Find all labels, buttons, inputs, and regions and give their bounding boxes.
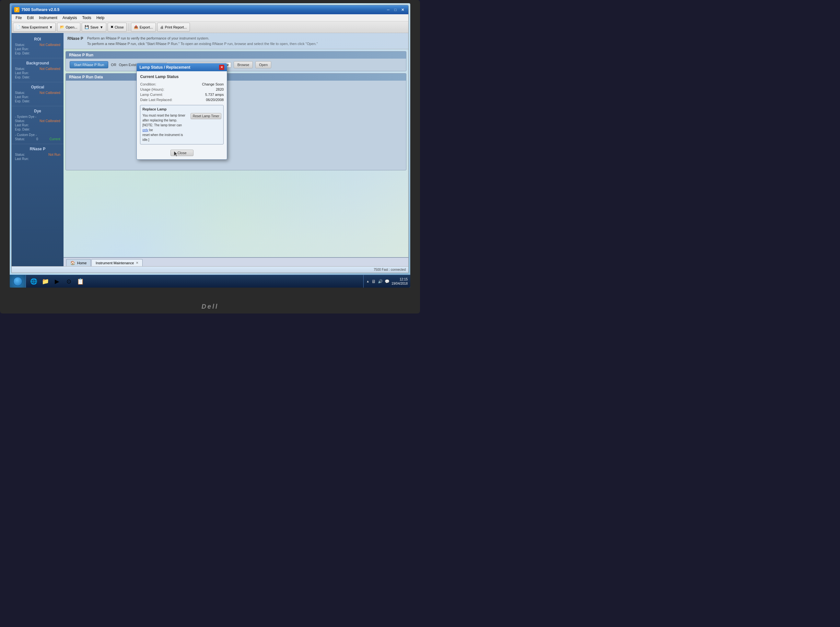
laptop-outer: 7 7500 Software v2.0.5 ─ □ ✕ File Edit I…: [0, 0, 420, 314]
date-replaced-value: 06/20/2008: [206, 98, 224, 102]
lamp-current-value: 5.737 amps: [205, 93, 224, 96]
replace-text-3: [NOTE: The lamp timer can: [142, 123, 182, 127]
lamp-status-dialog: Lamp Status / Replacement ✕ Current Lamp…: [136, 63, 227, 160]
screen-area: 7 7500 Software v2.0.5 ─ □ ✕ File Edit I…: [10, 3, 410, 288]
windows-screen: 7 7500 Software v2.0.5 ─ □ ✕ File Edit I…: [10, 3, 410, 288]
modal-title: Lamp Status / Replacement: [139, 65, 190, 69]
modal-footer: Close: [137, 148, 227, 159]
dell-logo: Dell: [202, 303, 219, 310]
replace-lamp-content: You must reset the lamp timer after repl…: [142, 113, 221, 142]
replace-text-1: You must reset the lamp timer: [142, 114, 185, 117]
condition-value: Change Soon: [202, 82, 224, 86]
lamp-current-label: Lamp Current:: [140, 93, 163, 96]
modal-title-bar: Lamp Status / Replacement ✕: [137, 63, 227, 71]
modal-condition-row: Condition: Change Soon: [140, 82, 224, 87]
modal-close-btn[interactable]: Close: [171, 150, 193, 156]
reset-lamp-timer-button[interactable]: Reset Lamp Timer: [191, 113, 222, 119]
condition-label: Condition:: [140, 82, 156, 86]
lamp-status-section-title: Current Lamp Status: [140, 74, 224, 79]
modal-close-button[interactable]: ✕: [219, 65, 224, 70]
replace-text-4: be: [148, 128, 153, 132]
usage-value: 2820: [216, 87, 224, 91]
replace-lamp-section: Replace Lamp You must reset the lamp tim…: [140, 105, 224, 145]
replace-text-5: reset when the instrument is idle.]: [142, 133, 183, 142]
replace-lamp-header: Replace Lamp: [142, 107, 221, 111]
modal-date-row: Date Last Replaced: 06/20/2008: [140, 97, 224, 102]
modal-current-row: Lamp Current: 5.737 amps: [140, 92, 224, 97]
modal-usage-row: Usage (Hours): 2820: [140, 87, 224, 92]
usage-label: Usage (Hours):: [140, 87, 164, 91]
replace-text-2: after replacing the lamp.: [142, 118, 177, 122]
modal-body: Current Lamp Status Condition: Change So…: [137, 71, 227, 148]
replace-lamp-text: You must reset the lamp timer after repl…: [142, 113, 188, 142]
date-replaced-label: Date Last Replaced:: [140, 98, 172, 102]
replace-text-highlight: only: [142, 128, 148, 132]
modal-overlay: Lamp Status / Replacement ✕ Current Lamp…: [10, 3, 410, 288]
